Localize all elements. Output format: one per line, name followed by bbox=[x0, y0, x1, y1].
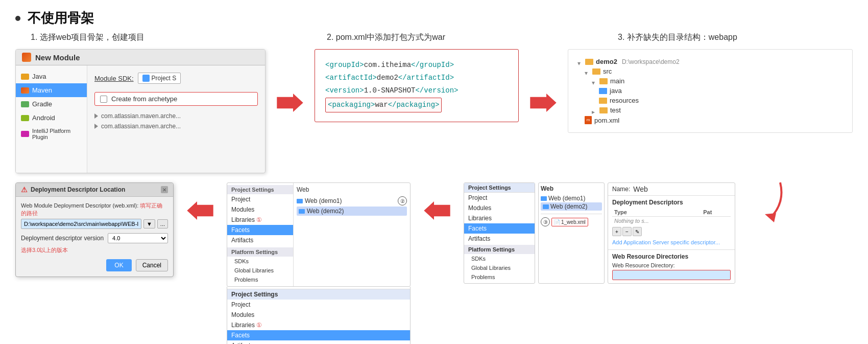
module-type-sidebar: Java Maven Gradle Android bbox=[16, 65, 87, 173]
ps-facets-project[interactable]: Project bbox=[227, 300, 410, 310]
sidebar-item-maven-label: Maven bbox=[32, 86, 52, 94]
web-toolbar: + − ✎ bbox=[612, 225, 731, 238]
sidebar-item-intellij[interactable]: IntelliJ Platform Plugin bbox=[16, 125, 87, 143]
sidebar-item-java[interactable]: Java bbox=[16, 70, 87, 83]
web-ps-sdks[interactable]: SDKs bbox=[464, 254, 535, 263]
descriptor-field-label: Web Module Deployment Descriptor (web.xm… bbox=[21, 202, 168, 217]
cancel-button[interactable]: Cancel bbox=[136, 259, 168, 271]
web-demo2-label: Web (demo2) bbox=[550, 203, 587, 210]
ps-item-libraries[interactable]: Libraries ① bbox=[227, 215, 293, 225]
web-xml-file[interactable]: 📄 1_web.xml bbox=[551, 218, 588, 226]
ps-facets-libraries[interactable]: Libraries ① bbox=[227, 320, 410, 330]
web-settings-container: Project Settings Project Modules Librari… bbox=[464, 182, 735, 284]
arrow-left-svg-2 bbox=[422, 198, 452, 223]
web-ps-global[interactable]: Global Libraries bbox=[464, 263, 535, 272]
step-labels: 1. 选择web项目骨架，创建项目 2. pom.xml中添加打包方式为war … bbox=[15, 32, 853, 43]
web-desc-table: Type Pat Nothing to s... bbox=[612, 208, 731, 225]
chevron-down-icon bbox=[577, 59, 583, 64]
gradle-icon bbox=[21, 101, 29, 107]
col-path: Pat bbox=[701, 208, 731, 217]
sdk-value-text: Project S bbox=[152, 75, 177, 82]
dialog-title-text: Deployment Descriptor Location bbox=[31, 186, 125, 193]
ps-item-project[interactable]: Project bbox=[227, 194, 293, 204]
web-ps-left: Project Settings Project Modules Librari… bbox=[464, 182, 535, 284]
step-label-1: 1. 选择web项目骨架，创建项目 bbox=[31, 32, 327, 43]
tree-label-pomxml: pom.xml bbox=[594, 117, 619, 124]
web-ps-modules[interactable]: Modules bbox=[464, 203, 535, 213]
hint-label: 填写正确的路径 bbox=[21, 202, 162, 216]
ps-facets-facets[interactable]: Facets bbox=[227, 330, 410, 340]
web-module-tree: Web Web (demo1) Web (demo2) ③ 📄 1_web.xm… bbox=[538, 182, 605, 284]
ps-item-modules[interactable]: Modules bbox=[227, 204, 293, 215]
arrow-left-2 bbox=[422, 198, 452, 223]
sdk-icon bbox=[142, 75, 150, 82]
web-ps-problems[interactable]: Problems bbox=[464, 272, 535, 282]
sidebar-item-android[interactable]: Android bbox=[16, 111, 87, 125]
archetype-checkbox[interactable] bbox=[100, 96, 107, 103]
xml-tag-packaging-open: <packaging> bbox=[328, 101, 375, 109]
dialog-body: Web Module Deployment Descriptor (web.xm… bbox=[16, 197, 173, 277]
archetype-list-item-1[interactable]: com.atlassian.maven.arche... bbox=[94, 111, 258, 121]
web-ps-libraries[interactable]: Libraries bbox=[464, 213, 535, 223]
new-module-body: Java Maven Gradle Android bbox=[16, 65, 265, 173]
lib-badge-2: ① bbox=[256, 322, 262, 329]
ps-facets-modules[interactable]: Modules bbox=[227, 310, 410, 320]
web-remove-btn[interactable]: − bbox=[622, 227, 632, 236]
descriptor-dropdown-btn[interactable]: ▼ bbox=[143, 219, 155, 228]
svg-marker-4 bbox=[765, 213, 776, 222]
version-field-row: Deployment descriptor version 4.0 3.1 3.… bbox=[21, 233, 168, 254]
ps-web-demo2[interactable]: Web (demo2) bbox=[297, 207, 407, 216]
version-select[interactable]: 4.0 3.1 3.0 bbox=[108, 233, 168, 243]
ok-button[interactable]: OK bbox=[106, 259, 131, 271]
sidebar-item-gradle[interactable]: Gradle bbox=[16, 97, 87, 111]
web-ps-facets[interactable]: Facets bbox=[464, 223, 535, 234]
folder-icon-main bbox=[599, 78, 608, 84]
descriptor-field-row: Web Module Deployment Descriptor (web.xm… bbox=[21, 202, 168, 229]
ps-item-artifacts[interactable]: Artifacts bbox=[227, 235, 293, 245]
xml-tag-groupid-close: </groupId> bbox=[411, 61, 454, 69]
ps-item-sdks[interactable]: SDKs bbox=[227, 257, 293, 266]
sidebar-item-gradle-label: Gradle bbox=[32, 100, 52, 108]
web-module-title: Web bbox=[541, 185, 602, 192]
ps-item-facets[interactable]: Facets bbox=[227, 225, 293, 235]
curved-arrow-svg bbox=[744, 177, 785, 223]
xml-tag-version-close: </version> bbox=[415, 86, 458, 95]
web-module-demo1[interactable]: Web (demo1) bbox=[541, 194, 602, 202]
tree-item-demo2: demo2 D:\workspace\demo2 bbox=[577, 57, 843, 66]
web-ps-project[interactable]: Project bbox=[464, 193, 535, 203]
descriptor-browse-btn[interactable]: ... bbox=[157, 219, 168, 228]
num-circle-3: ③ bbox=[541, 217, 550, 226]
xml-line-2: <artifactId>demo2</artifactId> bbox=[325, 72, 508, 84]
ps-item-problems[interactable]: Problems bbox=[227, 275, 293, 284]
web-edit-btn[interactable]: ✎ bbox=[633, 227, 642, 236]
folder-icon-demo1 bbox=[297, 199, 303, 203]
arrow-left-svg-1 bbox=[185, 198, 215, 223]
xml-tag-artifactid-close: </artifactId> bbox=[398, 74, 454, 82]
sdk-row: Module SDK: Project S bbox=[94, 73, 258, 84]
sidebar-item-intellij-label: IntelliJ Platform Plugin bbox=[32, 128, 82, 140]
descriptor-path-input[interactable] bbox=[21, 219, 141, 229]
ps-web-demo1[interactable]: Web (demo1) ② bbox=[297, 195, 407, 207]
sdk-selector[interactable]: Project S bbox=[138, 73, 181, 84]
dialog-close-button[interactable]: ✕ bbox=[161, 186, 168, 193]
page-title: 不使用骨架 bbox=[28, 9, 94, 27]
ps-facets-artifacts[interactable]: Artifacts bbox=[227, 340, 410, 344]
chevron-right-icon bbox=[94, 113, 98, 119]
web-add-btn[interactable]: + bbox=[612, 227, 621, 236]
ps-item-global-libs[interactable]: Global Libraries bbox=[227, 266, 293, 275]
step-label-2: 2. pom.xml中添加打包方式为war bbox=[327, 32, 618, 43]
ps-nav-title: Project Settings bbox=[227, 185, 293, 194]
chevron-right-icon-2 bbox=[94, 124, 98, 129]
folder-icon-resources bbox=[599, 98, 607, 104]
archetype-list-item-2[interactable]: com.atlassian.maven.arche... bbox=[94, 121, 258, 131]
sdk-label: Module SDK: bbox=[94, 75, 134, 82]
web-resource-input[interactable] bbox=[612, 270, 731, 280]
web-module-demo2[interactable]: Web (demo2) bbox=[541, 202, 602, 211]
archetype-checkbox-row: Create from archetype bbox=[94, 92, 258, 106]
col-type: Type bbox=[612, 208, 701, 217]
web-ps-artifacts[interactable]: Artifacts bbox=[464, 234, 535, 244]
web-name-value: Web bbox=[633, 185, 648, 193]
web-add-descriptor-link[interactable]: Add Application Server specific descript… bbox=[612, 238, 731, 246]
web-name-row: Name: Web bbox=[608, 183, 735, 196]
sidebar-item-maven[interactable]: Maven bbox=[16, 83, 87, 97]
